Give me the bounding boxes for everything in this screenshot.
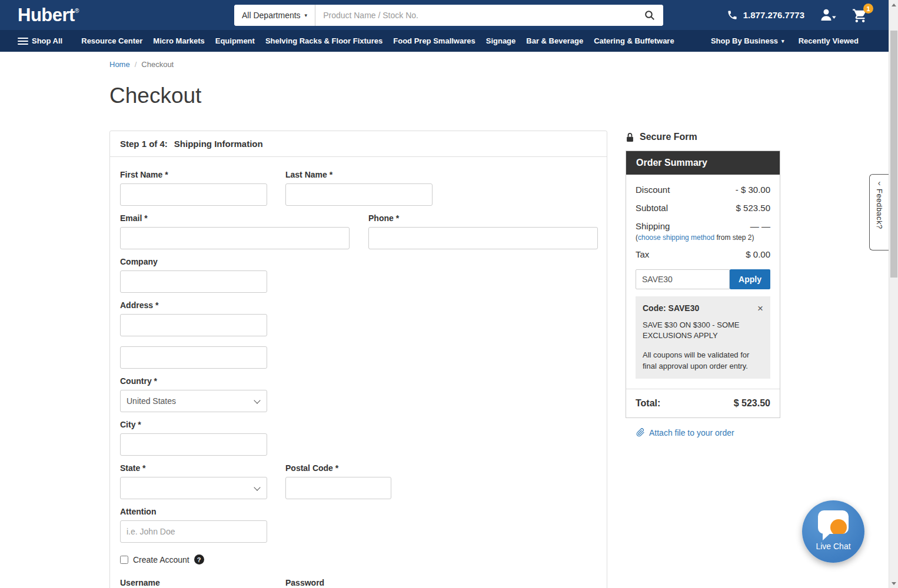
nav-item-equipment[interactable]: Equipment <box>210 30 260 52</box>
search-icon <box>644 10 655 21</box>
cart-button[interactable]: 1 <box>852 8 868 22</box>
country-select[interactable]: United States <box>120 390 267 412</box>
live-chat-button[interactable]: Live Chat <box>802 500 864 563</box>
page-title: Checkout <box>109 83 898 108</box>
nav-item-bar-beverage[interactable]: Bar & Beverage <box>521 30 588 52</box>
hubert-logo[interactable]: Hubert® <box>18 6 79 24</box>
breadcrumb-home-link[interactable]: Home <box>109 60 130 69</box>
phone-label: Phone * <box>368 213 598 223</box>
total-row: Total: $ 523.50 <box>626 389 780 417</box>
logo-text: Hubert <box>18 5 75 25</box>
shop-by-business-label: Shop By Business <box>711 36 778 45</box>
first-name-label: First Name * <box>120 170 267 179</box>
shop-by-business-menu[interactable]: Shop By Business ▾ <box>704 30 791 52</box>
applied-coupon-box: Code: SAVE30 × SAVE $30 ON $300 - SOME E… <box>636 296 770 379</box>
feedback-label: Feedback? <box>875 189 884 229</box>
scroll-down-button[interactable] <box>889 579 898 588</box>
attach-file-link[interactable]: Attach file to your order <box>626 428 780 437</box>
attach-file-label: Attach file to your order <box>649 428 734 437</box>
last-name-input[interactable] <box>285 183 433 206</box>
cart-badge: 1 <box>863 4 873 14</box>
email-label: Email * <box>120 213 350 223</box>
discount-value: - $ 30.00 <box>736 185 770 195</box>
caret-down-icon: ▾ <box>305 12 308 18</box>
choose-shipping-method-link[interactable]: choose shipping method <box>638 233 714 242</box>
help-icon[interactable]: ? <box>194 554 204 564</box>
all-departments-button[interactable]: All Departments ▾ <box>234 5 315 26</box>
secure-form-heading: Secure Form <box>626 132 780 142</box>
nav-item-shelving-racks[interactable]: Shelving Racks & Floor Fixtures <box>260 30 388 52</box>
recently-viewed-link[interactable]: Recently Viewed <box>791 30 866 52</box>
scrollbar-track[interactable] <box>889 0 898 588</box>
paperclip-icon <box>636 428 645 437</box>
apply-button[interactable]: Apply <box>730 269 770 289</box>
phone-icon <box>727 9 738 21</box>
country-label: Country * <box>120 376 597 386</box>
last-name-label: Last Name * <box>285 170 433 179</box>
phone-input[interactable] <box>368 227 598 249</box>
postal-code-label: Postal Code * <box>285 463 391 473</box>
shipping-label: Shipping <box>636 221 670 232</box>
account-button[interactable] <box>820 9 836 21</box>
phone-number: 1.877.276.7773 <box>743 10 804 20</box>
nav-item-micro-markets[interactable]: Micro Markets <box>148 30 209 52</box>
phone-link[interactable]: 1.877.276.7773 <box>727 9 804 21</box>
nav-item-catering-buffetware[interactable]: Catering & Buffetware <box>588 30 680 52</box>
address-label: Address * <box>120 300 597 310</box>
nav-item-shop-all[interactable]: Shop All <box>18 30 68 52</box>
city-label: City * <box>120 420 597 429</box>
person-icon <box>820 9 836 21</box>
live-chat-label: Live Chat <box>816 542 850 551</box>
state-select-wrap <box>120 477 267 499</box>
discount-label: Discount <box>636 185 670 195</box>
coupon-description: SAVE $30 ON $300 - SOME EXCLUSIONS APPLY <box>643 320 763 341</box>
scroll-up-button[interactable] <box>889 0 898 9</box>
order-summary-column: Secure Form Order Summary Discount - $ 3… <box>626 131 780 437</box>
scrollbar-thumb[interactable] <box>890 31 897 278</box>
attention-input[interactable] <box>120 520 267 543</box>
country-select-wrap: United States <box>120 390 267 412</box>
order-summary-header: Order Summary <box>626 151 780 175</box>
chat-bubble-icon <box>816 509 850 541</box>
arrow-down-icon <box>892 582 896 585</box>
nav-item-food-prep-smallwares[interactable]: Food Prep Smallwares <box>388 30 480 52</box>
username-label: Username <box>120 578 267 587</box>
subtotal-label: Subtotal <box>636 203 668 213</box>
arrow-up-icon <box>892 4 896 6</box>
city-input[interactable] <box>120 433 267 456</box>
email-input[interactable] <box>120 227 350 249</box>
first-name-input[interactable] <box>120 183 267 206</box>
lock-icon <box>626 132 634 142</box>
create-account-checkbox[interactable] <box>120 556 128 564</box>
search-button[interactable] <box>636 5 663 26</box>
top-header: Hubert® All Departments ▾ 1.877.276.7773… <box>0 0 898 30</box>
coupon-note: All coupons will be validated for final … <box>643 350 763 371</box>
address-line2-input[interactable] <box>120 346 267 369</box>
postal-code-input[interactable] <box>285 477 391 499</box>
total-value: $ 523.50 <box>734 398 770 409</box>
company-input[interactable] <box>120 270 267 293</box>
shipping-value: — — <box>750 221 770 232</box>
attention-label: Attention <box>120 507 597 516</box>
order-summary-panel: Order Summary Discount - $ 30.00 Subtota… <box>626 151 780 418</box>
coupon-remove-button[interactable]: × <box>757 303 763 313</box>
feedback-tab[interactable]: ‹ Feedback? <box>869 174 889 250</box>
nav-right-group: Shop By Business ▾ Recently Viewed <box>704 30 866 52</box>
hamburger-icon <box>18 38 28 45</box>
discount-row: Discount - $ 30.00 <box>626 185 780 195</box>
coupon-row: Apply <box>626 269 780 289</box>
state-select[interactable] <box>120 477 267 499</box>
nav-item-resource-center[interactable]: Resource Center <box>76 30 148 52</box>
form-step-header: Step 1 of 4: Shipping Information <box>110 131 607 157</box>
shipping-form-panel: Step 1 of 4: Shipping Information First … <box>109 131 607 588</box>
step-label: Step 1 of 4: <box>120 139 168 149</box>
state-label: State * <box>120 463 267 473</box>
password-label: Password <box>285 578 433 587</box>
tax-label: Tax <box>636 249 649 260</box>
checkout-content: Step 1 of 4: Shipping Information First … <box>109 131 898 588</box>
address-line1-input[interactable] <box>120 314 267 336</box>
coupon-input[interactable] <box>636 269 730 289</box>
step-title: Shipping Information <box>174 139 263 149</box>
nav-item-signage[interactable]: Signage <box>481 30 521 52</box>
search-input[interactable] <box>315 5 636 26</box>
